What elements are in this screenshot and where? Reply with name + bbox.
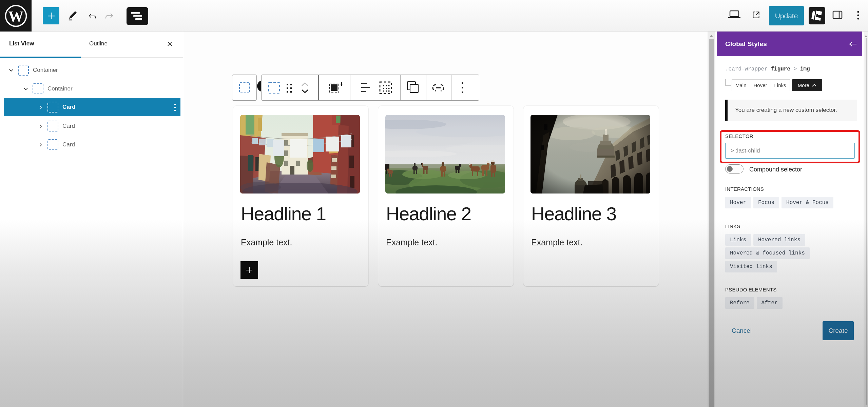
svg-text:W: W: [8, 7, 23, 24]
